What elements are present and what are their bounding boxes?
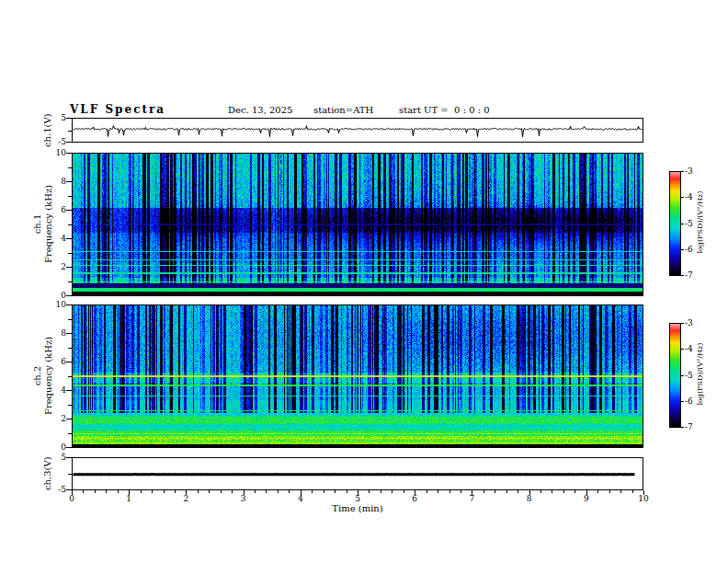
spec1-y-tick-mark — [66, 210, 72, 211]
colorbar1 — [669, 171, 681, 276]
x-tick-mark — [438, 490, 438, 493]
x-tick-mark — [83, 490, 84, 493]
spec2-y-tick-label: 0 — [46, 442, 66, 452]
x-tick-mark — [449, 490, 450, 493]
x-tick-label: 5 — [348, 494, 367, 503]
colorbar1-tick-mark — [681, 171, 684, 172]
x-tick-mark — [118, 490, 119, 493]
colorbar1-tick-label: -3 — [685, 167, 701, 176]
x-tick-mark — [278, 490, 279, 493]
x-tick-mark — [563, 490, 564, 493]
x-tick-mark — [312, 490, 313, 493]
colorbar2-tick-label: -6 — [685, 396, 701, 406]
x-tick-mark — [141, 490, 142, 493]
x-tick-mark — [381, 490, 381, 493]
x-tick-mark — [324, 490, 324, 493]
spec2-y-tick-mark — [66, 333, 72, 334]
x-tick-mark — [209, 490, 210, 493]
x-tick-label: 7 — [462, 494, 481, 503]
ch1-spectrogram-panel — [72, 153, 643, 296]
colorbar1-tick-mark — [681, 249, 684, 250]
x-tick-mark — [483, 490, 484, 493]
x-tick-mark — [255, 490, 256, 493]
x-tick-mark — [620, 490, 621, 493]
colorbar2-tick-mark — [681, 427, 684, 428]
spec1-y-tick-mark — [66, 295, 72, 296]
wave1-y-minor-tick — [68, 131, 72, 132]
colorbar1-tick-label: -4 — [685, 192, 701, 201]
x-tick-mark — [106, 490, 107, 493]
ch3-waveform-canvas — [73, 458, 643, 489]
colorbar2 — [669, 323, 681, 428]
spec2-y-tick-mark — [68, 348, 72, 349]
x-tick-mark — [369, 490, 370, 493]
colorbar2-tick-label: -7 — [685, 422, 701, 431]
spec2-y-tick-label: 6 — [46, 357, 66, 366]
spec1-y-tick-label: 10 — [46, 148, 66, 157]
x-tick-mark — [289, 490, 290, 493]
spec2-y-tick-mark — [68, 376, 72, 377]
x-tick-mark — [552, 490, 552, 493]
spec2-y-tick-mark — [66, 447, 72, 448]
station-label: station=ATH — [313, 105, 373, 115]
x-tick-mark — [609, 490, 610, 493]
figure-title: VLF Spectra — [70, 103, 165, 116]
x-tick-mark — [152, 490, 153, 493]
colorbar1-tick-label: -6 — [685, 245, 701, 254]
spec2-y-tick-label: 4 — [46, 385, 66, 395]
colorbar2-tick-label: -4 — [685, 344, 701, 353]
x-tick-mark — [518, 490, 518, 493]
x-tick-mark — [164, 490, 165, 493]
ch3-waveform-panel — [72, 457, 643, 490]
x-tick-mark — [347, 490, 347, 493]
x-tick-label: 8 — [520, 494, 539, 503]
colorbar1-canvas — [670, 172, 680, 275]
spec2-y-tick-label: 8 — [46, 328, 66, 338]
x-axis-title: Time (min) — [312, 503, 404, 513]
colorbar2-tick-mark — [681, 375, 684, 376]
ch2-frequency-axis-label-line1: ch.2 — [32, 284, 43, 468]
ch2-spectrogram-canvas — [73, 305, 643, 447]
spec1-y-tick-mark — [68, 253, 72, 254]
colorbar2-tick-mark — [681, 401, 684, 402]
wave3-y-tick-mark — [66, 457, 72, 458]
x-tick-mark — [506, 490, 507, 493]
wave1-y-tick-mark — [66, 118, 72, 119]
date-label: Dec. 13, 2025 — [228, 105, 292, 115]
wave1-y-tick-mark — [66, 142, 72, 143]
spec1-y-tick-label: 2 — [46, 262, 66, 271]
x-tick-mark — [232, 490, 233, 493]
spec1-y-tick-label: 8 — [46, 177, 66, 186]
spec1-y-tick-mark — [66, 238, 72, 239]
wave1-y-tick-label: -5 — [46, 137, 66, 146]
spec2-y-tick-label: 2 — [46, 414, 66, 423]
x-tick-mark — [597, 490, 598, 493]
colorbar2-tick-mark — [681, 323, 684, 324]
spec1-y-tick-mark — [66, 153, 72, 154]
x-tick-label: 6 — [405, 494, 424, 503]
spec1-y-tick-label: 0 — [46, 291, 66, 300]
ch1-spectrogram-canvas — [73, 154, 643, 295]
x-tick-label: 2 — [176, 494, 195, 503]
x-tick-mark — [495, 490, 495, 493]
x-tick-mark — [175, 490, 176, 493]
ch3-voltage-axis-label: ch.3(V) — [42, 382, 53, 563]
colorbar1-tick-label: -7 — [685, 270, 701, 280]
spec2-y-tick-mark — [68, 433, 72, 434]
x-tick-label: 10 — [634, 494, 653, 503]
x-tick-label: 1 — [119, 494, 138, 503]
wave1-y-tick-label: 5 — [46, 113, 66, 122]
start-ut-label: start UT = 0 : 0 : 0 — [399, 105, 490, 115]
x-tick-mark — [540, 490, 541, 493]
colorbar1-tick-mark — [681, 275, 684, 276]
x-tick-mark — [574, 490, 575, 493]
wave3-y-tick-label: 5 — [46, 453, 66, 462]
spec1-y-tick-mark — [68, 167, 72, 168]
spec2-y-tick-mark — [66, 390, 72, 391]
spec2-y-tick-mark — [66, 362, 72, 362]
spec1-y-tick-mark — [68, 282, 72, 282]
colorbar1-tick-mark — [681, 197, 684, 198]
spec2-y-tick-mark — [66, 419, 72, 419]
ch1-waveform-canvas — [73, 119, 643, 142]
spec1-y-tick-label: 6 — [46, 205, 66, 214]
